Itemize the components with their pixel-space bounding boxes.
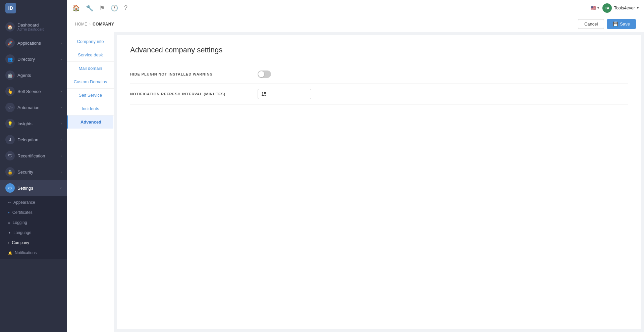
settings-subitem-appearance[interactable]: ✏ Appearance <box>0 197 67 207</box>
company-nav-self-service[interactable]: Self Service <box>67 89 114 102</box>
sidebar-item-agents[interactable]: 🤖 Agents <box>0 67 67 83</box>
top-nav-right: 🇺🇸 ▾ TA Tools4ever ▾ <box>591 3 639 13</box>
breadcrumb-home[interactable]: HOME <box>75 22 87 27</box>
hide-plugin-warning-control <box>258 70 628 78</box>
dashboard-icon: 🏠 <box>5 22 15 32</box>
sidebar-item-delegation[interactable]: ⬇ Delegation › <box>0 132 67 148</box>
settings-subitem-label: Logging <box>13 220 27 225</box>
clock-nav-icon[interactable]: 🕐 <box>111 4 118 12</box>
user-menu[interactable]: TA Tools4ever ▾ <box>602 3 639 13</box>
hide-plugin-warning-toggle[interactable] <box>258 70 271 78</box>
settings-subitem-logging[interactable]: ≡ Logging <box>0 218 67 228</box>
company-nav-company-info[interactable]: Company info <box>67 35 114 48</box>
sidebar-item-label: Directory <box>17 57 35 62</box>
sidebar-item-label: Insights <box>17 121 33 126</box>
flag-chevron: ▾ <box>597 6 599 10</box>
save-button[interactable]: 💾 Save <box>607 19 636 29</box>
settings-subitem-certificates[interactable]: ● Certificates <box>0 207 67 218</box>
wrench-nav-icon[interactable]: 🔧 <box>86 4 93 12</box>
user-chevron: ▾ <box>637 6 639 10</box>
breadcrumb-actions: Cancel 💾 Save <box>578 19 636 29</box>
settings-subitem-language[interactable]: ✦ Language <box>0 228 67 238</box>
company-nav-mail-domain[interactable]: Mail domain <box>67 62 114 75</box>
sidebar: ID 🏠 Dashboard Admin Dashboard 🚀 Applica… <box>0 0 67 332</box>
sidebar-item-automation[interactable]: </> Automation › <box>0 99 67 115</box>
settings-subitem-label: Certificates <box>12 210 33 215</box>
agents-icon: 🤖 <box>5 70 15 80</box>
language-selector[interactable]: 🇺🇸 ▾ <box>591 5 599 10</box>
settings-subitem-label: Notifications <box>15 250 37 255</box>
self-service-icon: 👆 <box>5 87 15 96</box>
top-nav-left: 🏠 🔧 ⚑ 🕐 ? <box>72 4 127 12</box>
security-icon: 🔒 <box>5 167 15 177</box>
page-body: Company info Service desk Mail domain Cu… <box>67 32 644 332</box>
sidebar-item-label: Dashboard <box>17 22 44 28</box>
sidebar-item-self-service[interactable]: 👆 Self Service › <box>0 83 67 99</box>
home-nav-icon[interactable]: 🏠 <box>72 4 80 12</box>
company-nav-service-desk[interactable]: Service desk <box>67 48 114 62</box>
applications-icon: 🚀 <box>5 38 15 48</box>
settings-subitem-notifications[interactable]: 🔔 Notifications <box>0 248 67 258</box>
sidebar-item-directory[interactable]: 👥 Directory › <box>0 51 67 67</box>
sidebar-item-label: Self Service <box>17 89 41 94</box>
sidebar-item-label: Agents <box>17 73 31 78</box>
main-panel: Advanced company settings HIDE PLUGIN NO… <box>117 35 641 329</box>
sidebar-item-label: Delegation <box>17 137 38 142</box>
settings-icon: ⚙ <box>5 183 15 193</box>
top-nav: 🏠 🔧 ⚑ 🕐 ? 🇺🇸 ▾ TA Tools4ever ▾ <box>0 0 644 16</box>
company-sidebar: Company info Service desk Mail domain Cu… <box>67 32 114 332</box>
notification-refresh-label: NOTIFICATION REFRESH INTERVAL (MINUTES) <box>130 92 258 96</box>
flag-icon: 🇺🇸 <box>591 5 596 10</box>
breadcrumb-separator: › <box>89 22 91 27</box>
sidebar-item-security[interactable]: 🔒 Security › <box>0 164 67 180</box>
settings-subitem-label: Company <box>12 240 29 245</box>
chevron-right-icon: › <box>61 41 62 45</box>
save-icon: 💾 <box>613 21 618 27</box>
hide-plugin-warning-label: HIDE PLUGIN NOT INSTALLED WARNING <box>130 72 258 76</box>
chevron-right-icon: › <box>61 122 62 126</box>
company-nav-incidents[interactable]: Incidents <box>67 102 114 115</box>
chevron-right-icon: › <box>61 57 62 61</box>
breadcrumb-current: COMPANY <box>93 22 114 27</box>
hide-plugin-warning-row: HIDE PLUGIN NOT INSTALLED WARNING <box>130 65 628 84</box>
sidebar-item-label: Applications <box>17 41 41 46</box>
sidebar-item-label: Automation <box>17 105 40 110</box>
user-avatar: TA <box>602 3 612 13</box>
chevron-right-icon: › <box>61 154 62 158</box>
company-nav-advanced[interactable]: Advanced <box>67 115 114 129</box>
settings-subitem-label: Appearance <box>13 200 35 205</box>
sidebar-item-dashboard[interactable]: 🏠 Dashboard Admin Dashboard <box>0 19 67 35</box>
logo-icon[interactable]: ID <box>5 3 16 13</box>
notification-refresh-input[interactable] <box>258 89 311 99</box>
settings-subitem-label: Language <box>13 230 31 235</box>
sidebar-item-applications[interactable]: 🚀 Applications › <box>0 35 67 51</box>
sidebar-item-settings[interactable]: ⚙ Settings ∨ <box>0 180 67 196</box>
appearance-icon: ✏ <box>8 201 11 204</box>
notification-refresh-control <box>258 89 628 99</box>
sidebar-item-label: Settings <box>17 186 33 191</box>
user-name: Tools4ever <box>614 5 635 10</box>
chevron-right-icon: › <box>61 170 62 174</box>
certificates-icon: ● <box>8 211 10 214</box>
sidebar-item-label: Security <box>17 170 33 175</box>
company-icon: ▪ <box>8 241 9 245</box>
sidebar-logo: ID <box>0 0 67 16</box>
cancel-button[interactable]: Cancel <box>578 19 604 29</box>
diagram-nav-icon[interactable]: ⚑ <box>99 4 105 12</box>
sidebar-item-insights[interactable]: 💡 Insights › <box>0 115 67 132</box>
logging-icon: ≡ <box>8 221 10 225</box>
company-nav-custom-domains[interactable]: Custom Domains <box>67 75 114 89</box>
language-icon: ✦ <box>8 231 11 235</box>
recertification-icon: 🛡 <box>5 151 15 160</box>
notifications-icon: 🔔 <box>8 251 12 255</box>
sidebar-item-label: Recertification <box>17 153 45 158</box>
sidebar-nav: 🏠 Dashboard Admin Dashboard 🚀 Applicatio… <box>0 16 67 332</box>
main-content: HOME › COMPANY Cancel 💾 Save Company inf… <box>67 16 644 332</box>
question-nav-icon[interactable]: ? <box>124 4 127 11</box>
settings-subnav: ✏ Appearance ● Certificates ≡ Logging ✦ … <box>0 196 67 259</box>
directory-icon: 👥 <box>5 54 15 64</box>
breadcrumb-bar: HOME › COMPANY Cancel 💾 Save <box>67 16 644 32</box>
settings-subitem-company[interactable]: ▪ Company <box>0 238 67 248</box>
breadcrumb: HOME › COMPANY <box>75 22 114 27</box>
sidebar-item-recertification[interactable]: 🛡 Recertification › <box>0 148 67 164</box>
